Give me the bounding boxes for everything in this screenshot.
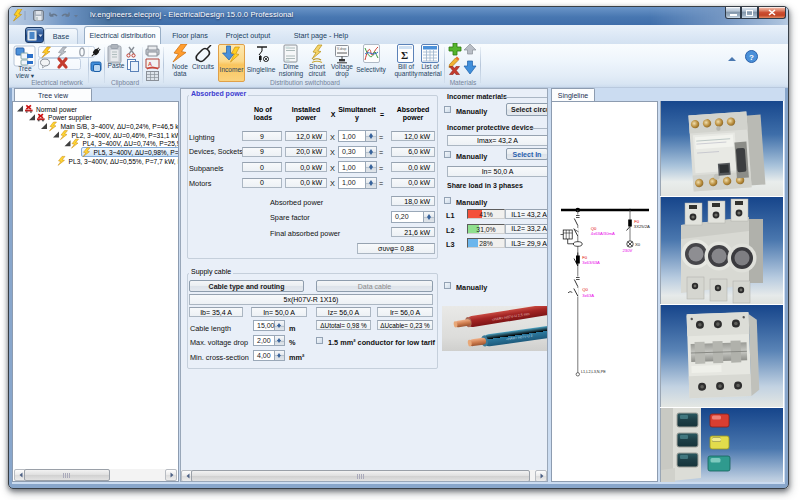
svg-text:Q0: Q0 bbox=[582, 287, 588, 292]
svg-text:L1,L2,L3,N,PE: L1,L2,L3,N,PE bbox=[581, 370, 606, 374]
svg-text:Σ: Σ bbox=[401, 49, 408, 61]
svg-text:V-drop: V-drop bbox=[337, 47, 347, 51]
svg-text:230V: 230V bbox=[623, 248, 633, 253]
svg-text:F0: F0 bbox=[582, 255, 588, 260]
svg-text:X0: X0 bbox=[635, 242, 641, 247]
svg-text:3X25/2A: 3X25/2A bbox=[634, 224, 650, 229]
svg-text:A: A bbox=[148, 61, 152, 67]
svg-text:3x63/63A: 3x63/63A bbox=[582, 260, 600, 265]
svg-text:?: ? bbox=[749, 53, 754, 62]
svg-text:4x63A/30mA: 4x63A/30mA bbox=[591, 231, 615, 236]
svg-text:Q0: Q0 bbox=[591, 226, 597, 231]
svg-text:3x63A: 3x63A bbox=[582, 293, 594, 298]
